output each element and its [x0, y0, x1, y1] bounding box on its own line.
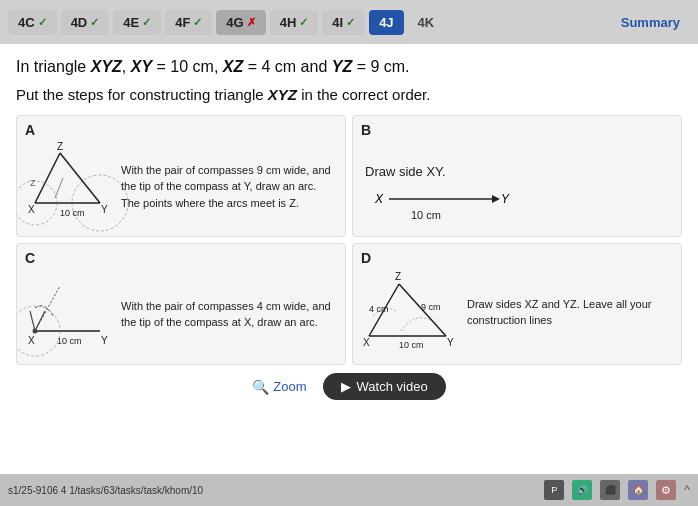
card-d-diagram: Z X Y 4 cm 9 cm 10 cm [361, 266, 461, 346]
svg-line-17 [35, 311, 45, 331]
taskbar-icons: P 🔊 ⬛ 🏠 ⚙ ^ [544, 480, 690, 500]
taskbar: s1/25-9106 4 1/tasks/63/tasks/task/khom/… [0, 474, 698, 506]
card-b-measure: 10 cm [361, 209, 441, 221]
nav-label-4h: 4H [280, 15, 297, 30]
card-b-content: Draw side XY. X Y 10 cm [361, 128, 673, 228]
nav-label-4j: 4J [379, 15, 393, 30]
watch-label: Watch video [357, 379, 428, 394]
instruction-text: Put the steps for constructing triangle … [16, 84, 682, 105]
nav-label-4k: 4K [418, 15, 435, 30]
taskbar-icon-1[interactable]: P [544, 480, 564, 500]
nav-item-4i[interactable]: 4I ✓ [322, 10, 365, 35]
card-b-y-label: Y [501, 192, 509, 206]
card-b[interactable]: B Draw side XY. X Y 10 cm [352, 115, 682, 237]
taskbar-icon-5[interactable]: ⚙ [656, 480, 676, 500]
check-icon-4c: ✓ [38, 16, 47, 29]
zoom-icon: 🔍 [252, 379, 269, 395]
svg-text:X: X [28, 335, 35, 346]
card-c-label: C [25, 250, 35, 266]
card-b-text: Draw side XY. [361, 148, 446, 179]
check-icon-4h: ✓ [299, 16, 308, 29]
svg-text:Z: Z [395, 271, 401, 282]
svg-text:Y: Y [447, 337, 454, 348]
check-icon-4f: ✓ [193, 16, 202, 29]
top-navigation: 4C ✓ 4D ✓ 4E ✓ 4F ✓ 4G ✗ 4H ✓ 4I ✓ 4J 4K… [0, 0, 698, 44]
svg-marker-12 [492, 195, 500, 203]
svg-text:X: X [28, 204, 35, 215]
svg-text:9 cm: 9 cm [421, 302, 441, 312]
card-c-diagram: X Y 10 cm [25, 266, 115, 346]
svg-text:10 cm: 10 cm [399, 340, 424, 350]
nav-label-4c: 4C [18, 15, 35, 30]
card-d-content: Z X Y 4 cm 9 cm 10 cm Draw sides XZ and … [361, 256, 673, 356]
svg-text:4 cm: 4 cm [369, 304, 389, 314]
svg-text:10 cm: 10 cm [57, 336, 82, 346]
nav-item-4j[interactable]: 4J [369, 10, 403, 35]
check-icon-4d: ✓ [90, 16, 99, 29]
nav-item-4g[interactable]: 4G ✗ [216, 10, 265, 35]
card-c-svg: X Y 10 cm [25, 266, 115, 346]
nav-label-summary: Summary [621, 15, 680, 30]
card-d[interactable]: D Z X Y [352, 243, 682, 365]
card-a-text: With the pair of compasses 9 cm wide, an… [115, 146, 337, 212]
watch-video-button[interactable]: ▶ Watch video [323, 373, 446, 400]
nav-label-4e: 4E [123, 15, 139, 30]
taskbar-icon-4[interactable]: 🏠 [628, 480, 648, 500]
nav-label-4f: 4F [175, 15, 190, 30]
card-b-line-svg [387, 189, 497, 209]
card-a-content: Z X Y Z 10 cm With the pair of compasses… [25, 128, 337, 228]
taskbar-icon-2[interactable]: 🔊 [572, 480, 592, 500]
card-b-line-diagram: X Y [361, 189, 509, 209]
nav-item-4k[interactable]: 4K [408, 10, 445, 35]
card-d-svg: Z X Y 4 cm 9 cm 10 cm [361, 266, 461, 351]
nav-label-4d: 4D [71, 15, 88, 30]
card-a[interactable]: A Z X Y Z [16, 115, 346, 237]
taskbar-url: s1/25-9106 4 1/tasks/63/tasks/task/khom/… [8, 485, 203, 496]
play-icon: ▶ [341, 379, 351, 394]
svg-line-2 [60, 153, 100, 203]
card-d-text: Draw sides XZ and YZ. Leave all your con… [461, 284, 673, 329]
zoom-button[interactable]: 🔍 Zoom [252, 373, 306, 400]
card-b-label: B [361, 122, 371, 138]
card-a-svg: Z X Y Z 10 cm [25, 138, 115, 218]
problem-line1: In triangle XYZ, XY = 10 cm, XZ = 4 cm a… [16, 56, 682, 78]
x-icon-4g: ✗ [247, 16, 256, 29]
svg-text:Z: Z [57, 141, 63, 152]
nav-item-4d[interactable]: 4D ✓ [61, 10, 110, 35]
cards-grid: A Z X Y Z [16, 115, 682, 365]
nav-item-4c[interactable]: 4C ✓ [8, 10, 57, 35]
nav-label-4i: 4I [332, 15, 343, 30]
check-icon-4i: ✓ [346, 16, 355, 29]
nav-label-4g: 4G [226, 15, 243, 30]
zoom-label: Zoom [273, 379, 306, 394]
card-d-label: D [361, 250, 371, 266]
check-icon-4e: ✓ [142, 16, 151, 29]
taskbar-icon-3[interactable]: ⬛ [600, 480, 620, 500]
card-a-diagram: Z X Y Z 10 cm [25, 138, 115, 218]
svg-text:X: X [363, 337, 370, 348]
card-a-label: A [25, 122, 35, 138]
card-c-content: X Y 10 cm With the pair of compasses 4 c… [25, 256, 337, 356]
nav-item-summary[interactable]: Summary [611, 10, 690, 35]
nav-item-4f[interactable]: 4F ✓ [165, 10, 212, 35]
bottom-bar: 🔍 Zoom ▶ Watch video [16, 373, 682, 400]
svg-text:Y: Y [101, 335, 108, 346]
svg-line-10 [55, 178, 63, 198]
card-c-text: With the pair of compasses 4 cm wide, an… [115, 282, 337, 331]
svg-text:Z: Z [30, 178, 36, 188]
nav-item-4h[interactable]: 4H ✓ [270, 10, 319, 35]
svg-text:10 cm: 10 cm [60, 208, 85, 218]
card-c[interactable]: C X [16, 243, 346, 365]
svg-text:Y: Y [101, 204, 108, 215]
card-b-x-label: X [375, 192, 383, 206]
svg-line-18 [30, 311, 35, 331]
nav-item-4e[interactable]: 4E ✓ [113, 10, 161, 35]
main-content: In triangle XYZ, XY = 10 cm, XZ = 4 cm a… [0, 44, 698, 506]
taskbar-chevron: ^ [684, 483, 690, 497]
